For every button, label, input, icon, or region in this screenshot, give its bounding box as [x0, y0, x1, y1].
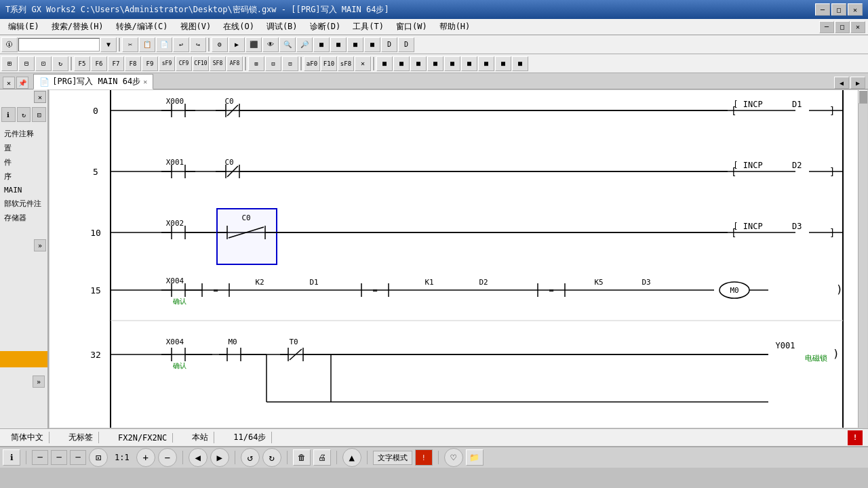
tb2-ladder1[interactable]: ⊞ — [248, 56, 264, 71]
sidebar-item-set[interactable]: 置 — [1, 142, 46, 155]
panel-pin-btn[interactable]: 📌 — [16, 77, 28, 89]
tb2-ladder3[interactable]: ⊡ — [282, 56, 298, 71]
tb-dropdown[interactable] — [18, 38, 100, 52]
tb2-extra4[interactable]: ■ — [427, 56, 443, 71]
menu-help[interactable]: 帮助(H) — [434, 20, 476, 34]
tb-paste[interactable]: 📄 — [156, 37, 172, 52]
menu-tools[interactable]: 工具(T) — [347, 20, 389, 34]
maximize-button[interactable]: □ — [831, 3, 846, 16]
tb-btn4[interactable]: ■ — [364, 37, 380, 52]
sidebar-item-annotation[interactable]: 元件注释 — [1, 127, 46, 140]
tb-btn3[interactable]: ■ — [347, 37, 363, 52]
taskbar-heart-btn[interactable]: ♡ — [444, 448, 463, 467]
tb2-cross[interactable]: ✕ — [355, 56, 371, 71]
tb2-btn2[interactable]: ⊟ — [18, 56, 35, 71]
tb-find2[interactable]: 🔎 — [296, 37, 313, 52]
tb2-sf8b[interactable]: sF8 — [338, 56, 354, 71]
tb-monitor[interactable]: 👁 — [262, 37, 279, 52]
menu-search[interactable]: 搜索/替换(H) — [46, 20, 109, 34]
sidebar-item-storage[interactable]: 存储器 — [1, 211, 46, 224]
tb2-refresh[interactable]: ↻ — [52, 56, 68, 71]
tb-dev2[interactable]: D — [398, 37, 414, 52]
zoom-in-btn[interactable]: + — [136, 448, 155, 467]
menu-online[interactable]: 在线(O) — [218, 20, 260, 34]
tab-next-btn[interactable]: ▶ — [850, 77, 865, 89]
sidebar-item-part[interactable]: 件 — [1, 156, 46, 169]
tb2-extra9[interactable]: ■ — [512, 56, 528, 71]
nav-dash1[interactable]: ─ — [32, 450, 48, 465]
tb-stop[interactable]: ⬛ — [245, 37, 262, 52]
minimize-button[interactable]: ─ — [815, 3, 830, 16]
nav-rotate-left[interactable]: ↺ — [241, 448, 260, 467]
tb2-extra6[interactable]: ■ — [461, 56, 477, 71]
tb-cut[interactable]: ✂ — [122, 37, 138, 52]
taskbar-delete-btn[interactable]: 🗑 — [293, 449, 311, 466]
tb2-cf9[interactable]: CF9 — [176, 56, 192, 71]
tb-dropdown-arrow[interactable]: ▼ — [100, 37, 117, 52]
tb2-btn1[interactable]: ⊞ — [1, 56, 18, 71]
sidebar-item-main[interactable]: MAIN — [1, 184, 46, 196]
tb-redo[interactable]: ↪ — [190, 37, 206, 52]
menu-minimize-btn[interactable]: ─ — [819, 21, 834, 33]
tb2-extra3[interactable]: ■ — [410, 56, 427, 71]
tb2-sf9[interactable]: sF9 — [159, 56, 175, 71]
tb-undo[interactable]: ↩ — [173, 37, 189, 52]
main-tab[interactable]: 📄 [PRG]写入 MAIN 64步 ✕ — [33, 74, 153, 89]
menu-diag[interactable]: 诊断(D) — [304, 20, 347, 34]
tb2-cf10[interactable]: CF10 — [193, 56, 209, 71]
tb2-f10[interactable]: F10 — [321, 56, 337, 71]
tb2-ladder2[interactable]: ⊟ — [265, 56, 281, 71]
taskbar-text-btn[interactable]: 文字模式 — [373, 451, 412, 465]
sidebar-item-seq[interactable]: 序 — [1, 170, 46, 183]
close-button[interactable]: ✕ — [848, 3, 863, 16]
tb-btn1[interactable]: ■ — [313, 37, 330, 52]
tb2-extra2[interactable]: ■ — [393, 56, 410, 71]
tb2-extra1[interactable]: ■ — [376, 56, 393, 71]
tab-close-btn[interactable]: ✕ — [143, 78, 147, 85]
tb-compile[interactable]: ⚙ — [212, 37, 228, 52]
taskbar-error-btn[interactable]: ! — [415, 449, 433, 466]
sidebar-bottom-expand[interactable]: » — [33, 375, 45, 388]
nav-dash3[interactable]: ─ — [70, 450, 86, 465]
nav-rotate-right[interactable]: ↻ — [262, 448, 281, 467]
ladder-diagram[interactable]: 0 X000 C0 [ INCP D1 [ ] — [49, 89, 868, 428]
taskbar-folder-btn[interactable]: 📁 — [466, 449, 484, 466]
menu-maximize-btn[interactable]: □ — [835, 21, 850, 33]
tb2-extra7[interactable]: ■ — [478, 56, 494, 71]
nav-dash2[interactable]: ─ — [51, 450, 67, 465]
zoom-out-btn[interactable]: − — [158, 448, 177, 467]
tb-run[interactable]: ▶ — [229, 37, 245, 52]
tb2-f6[interactable]: F6 — [91, 56, 107, 71]
panel-close-btn[interactable]: ✕ — [3, 77, 15, 89]
tb2-extra8[interactable]: ■ — [495, 56, 511, 71]
menu-convert[interactable]: 转换/编译(C) — [111, 20, 174, 34]
tb-btn2[interactable]: ■ — [330, 37, 347, 52]
tb-dev1[interactable]: D — [381, 37, 397, 52]
sidebar-toggle-btn[interactable]: ✕ — [34, 91, 46, 103]
sidebar-icon-1[interactable]: ℹ — [1, 107, 16, 122]
taskbar-info-btn[interactable]: ℹ — [3, 449, 20, 466]
tb-copy[interactable]: 📋 — [139, 37, 155, 52]
tb2-af8[interactable]: AF8 — [226, 56, 243, 71]
taskbar-print-btn[interactable]: 🖨 — [313, 449, 331, 466]
tb2-af0[interactable]: aF0 — [304, 56, 320, 71]
taskbar-up-btn[interactable]: ▲ — [342, 448, 361, 467]
tb2-f9[interactable]: F9 — [142, 56, 158, 71]
tb2-extra5[interactable]: ■ — [444, 56, 460, 71]
menu-edit[interactable]: 编辑(E) — [3, 20, 45, 34]
sidebar-icon-3[interactable]: ⊡ — [32, 107, 46, 122]
tb2-f5[interactable]: F5 — [74, 56, 90, 71]
menu-close-btn[interactable]: ✕ — [850, 21, 865, 33]
tab-prev-btn[interactable]: ◀ — [834, 77, 849, 89]
menu-debug[interactable]: 调试(B) — [261, 20, 303, 34]
tb-info-btn[interactable]: 🛈 — [1, 37, 18, 52]
sidebar-item-soft[interactable]: 部软元件注 — [1, 197, 46, 210]
tb-find[interactable]: 🔍 — [279, 37, 296, 52]
sidebar-icon-2[interactable]: ↻ — [17, 107, 31, 122]
nav-next-btn[interactable]: ▶ — [210, 448, 229, 467]
tb2-f7[interactable]: F7 — [108, 56, 124, 71]
zoom-fit-btn[interactable]: ⊡ — [89, 448, 108, 467]
tb2-sf8[interactable]: SF8 — [210, 56, 226, 71]
nav-prev-btn[interactable]: ◀ — [189, 448, 208, 467]
tb2-f8[interactable]: F8 — [125, 56, 141, 71]
